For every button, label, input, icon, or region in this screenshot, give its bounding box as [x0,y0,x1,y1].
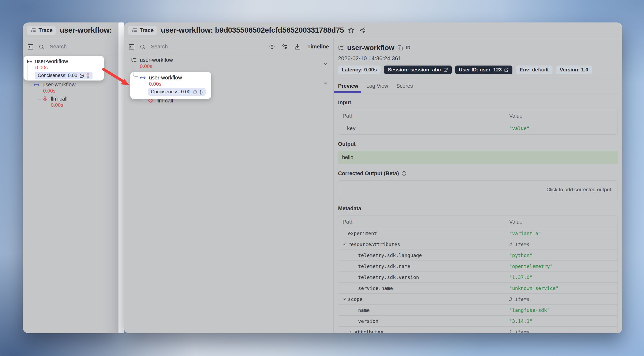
panel-collapse-icon[interactable] [27,44,34,50]
span-label: user-workflow [149,74,182,81]
col-path: Path [338,219,509,225]
move-horizontal-icon [33,82,40,88]
bg-tree-node-llm-call[interactable]: llm-call 0.00s [42,95,67,108]
table-row[interactable]: version "3.14.1" [338,315,618,326]
tab-preview[interactable]: Preview [334,83,362,89]
trace-timestamp: 2026-02-10 14:36:24.361 [338,55,618,62]
row-path: key [338,125,509,131]
search-icon [39,44,44,50]
download-icon[interactable] [294,44,301,50]
span-duration: 0.00s [149,81,208,87]
metadata-section-heading: Metadata [338,205,618,212]
env-badge: Env: default [516,66,553,74]
user-badge[interactable]: User ID: user_123 [455,66,513,74]
active-tab-indicator [334,91,361,93]
panel-collapse-icon[interactable] [128,44,135,50]
span-duration: 0.00s [140,63,173,70]
bg-window-title: user-workflow: 0bde [60,26,114,35]
external-link-icon [504,68,509,72]
chevron-down-icon[interactable] [342,297,347,301]
bg-search-input[interactable] [49,43,114,50]
table-row[interactable]: name "langfuse-sdk" [338,304,618,315]
chevron-down-icon[interactable] [322,80,329,86]
tree-connector [28,65,32,86]
bg-tree-node-root-highlighted[interactable]: user-workflow 0.00s Conciseness: 0.00 {} [24,56,104,81]
row-path: service.name [358,285,393,291]
bg-window-toolbar [23,38,118,55]
settings-sliders-icon[interactable] [282,44,288,50]
row-value: "value" [509,125,530,131]
comment-icon [79,73,84,78]
timeline-toggle[interactable]: Timeline [307,44,329,50]
list-tree-icon [131,27,137,33]
chevron-down-icon[interactable] [322,61,329,67]
input-section-heading: Input [338,99,618,106]
span-label: user-workflow [140,57,173,63]
col-path: Path [338,113,509,119]
score-label: Conciseness: 0.00 [38,73,77,78]
row-path: attributes [354,329,383,334]
row-path: scope [348,296,362,302]
corrected-output-placeholder: Click to add corrected output [546,187,611,193]
tree-connector [142,81,147,101]
corrected-output-editor[interactable]: Click to add corrected output [338,180,618,199]
score-label: Conciseness: 0.00 [151,89,190,95]
user-badge-label: User ID: user_123 [459,67,502,73]
tab-log-view[interactable]: Log View [362,83,392,89]
trace-detail-panel: user-workflow ID 2026-02-10 14:36:24.361… [333,38,622,333]
table-row[interactable]: experiment "variant_a" [338,228,618,239]
tab-scores[interactable]: Scores [392,83,417,89]
desktop: Trace user-workflow: 0bde user-workflow … [0,0,644,356]
row-value: "3.14.1" [509,318,532,324]
row-value: 1 items [509,329,530,334]
row-value: 4 items [509,242,530,247]
main-titlebar: Trace user-workflow: b9d035506502efcfd56… [124,22,622,38]
score-badge[interactable]: Conciseness: 0.00 {} [148,88,206,96]
list-tree-icon [30,27,36,33]
trace-badge-label: Trace [39,27,52,33]
chevron-right-icon[interactable] [348,330,353,334]
table-row[interactable]: telemetry.sdk.version "1.37.0" [338,271,618,282]
trace-type-badge: Trace [27,26,56,35]
trace-badge-label: Trace [140,27,154,33]
copy-id-label[interactable]: ID [406,45,410,50]
score-badge[interactable]: Conciseness: 0.00 {} [35,72,93,79]
row-path: resourceAttributes [348,242,400,247]
trace-type-badge: Trace [128,26,157,35]
col-value: Value [509,219,523,225]
trace-badges: Latency: 0.00s Session: session_abc User… [338,66,618,74]
tree-search-input[interactable] [150,43,264,50]
observation-tree-panel: Timeline user-workflow 0.00s [124,38,333,333]
list-tree-icon [131,57,137,63]
fold-vertical-icon[interactable] [269,44,275,50]
session-badge[interactable]: Session: session_abc [384,66,452,74]
share-icon[interactable] [360,27,366,33]
table-row[interactable]: telemetry.sdk.name "opentelemetry" [338,261,618,271]
version-badge: Version: 1.0 [556,66,592,74]
span-label: llm-call [51,95,67,102]
bg-window-titlebar: Trace user-workflow: 0bde [23,22,118,38]
col-value: Value [509,113,523,119]
chevron-down-icon[interactable] [342,242,347,247]
info-icon[interactable] [401,171,407,176]
table-row[interactable]: resourceAttributes 4 items [338,239,618,250]
span-duration: 0.00s [35,64,101,71]
copy-icon[interactable] [397,45,403,51]
table-row[interactable]: key "value" [338,122,618,134]
span-label: user-workflow [35,58,68,64]
table-row[interactable]: service.name "unknown_service" [338,282,618,293]
list-tree-icon [27,59,32,64]
star-icon[interactable] [348,27,354,33]
annotation-arrow [101,66,137,91]
row-path: experiment [348,231,377,236]
list-tree-icon [338,45,344,51]
table-row[interactable]: attributes 1 items [338,326,618,333]
llm-generation-icon [42,96,48,102]
table-row[interactable]: scope 3 items [338,293,618,304]
table-row[interactable]: telemetry.sdk.language "python" [338,250,618,261]
corrected-output-label: Corrected Output (Beta) [338,170,399,177]
row-value: "variant_a" [509,231,541,236]
latency-badge: Latency: 0.00s [338,66,381,74]
span-duration: 0.00s [51,102,67,108]
bg-observation-tree: user-workflow 0.00s Conciseness: 0.00 {}… [23,55,118,333]
